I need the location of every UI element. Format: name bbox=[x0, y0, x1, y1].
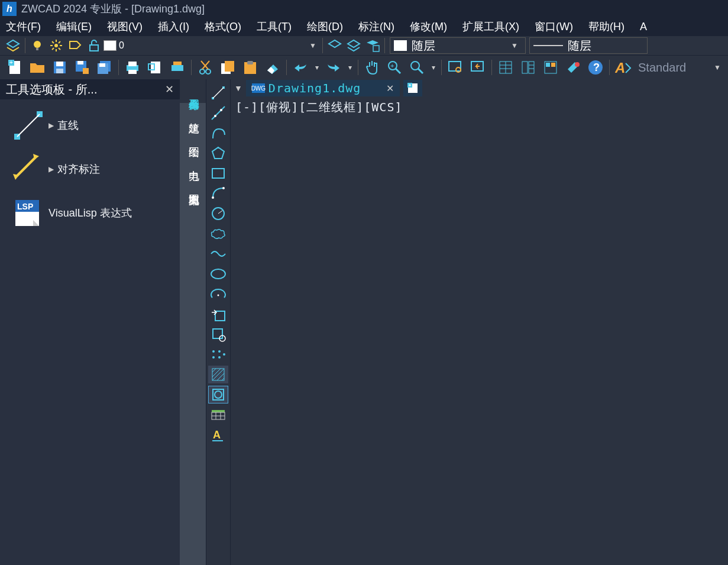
draw-mtext-icon[interactable]: A bbox=[208, 426, 228, 444]
draw-hatch-icon[interactable] bbox=[208, 366, 228, 383]
menu-draw[interactable]: 绘图(D) bbox=[307, 20, 343, 34]
zoom-prev-icon[interactable] bbox=[446, 58, 465, 77]
layer-walk-icon[interactable] bbox=[364, 37, 381, 54]
freeze-icon[interactable] bbox=[48, 37, 64, 54]
palette-header[interactable]: 工具选项板 - 所... ✕ bbox=[0, 79, 180, 99]
text-style-icon[interactable]: A bbox=[614, 58, 633, 77]
calculator-icon[interactable] bbox=[564, 58, 583, 77]
linetype-select[interactable]: 随层 bbox=[529, 37, 648, 54]
menu-tools[interactable]: 工具(T) bbox=[257, 20, 292, 34]
help-icon[interactable]: ? bbox=[586, 58, 605, 77]
dropdown-arrow-icon[interactable]: ▼ bbox=[714, 63, 721, 72]
menu-dimension[interactable]: 标注(N) bbox=[358, 20, 394, 34]
color-bylayer-select[interactable]: 随层 ▼ bbox=[390, 37, 526, 54]
paste-icon[interactable] bbox=[241, 58, 260, 77]
draw-point-icon[interactable] bbox=[208, 346, 228, 363]
copy-icon[interactable] bbox=[218, 58, 237, 77]
redo-dropdown-icon[interactable]: ▾ bbox=[348, 63, 352, 72]
design-center-icon[interactable] bbox=[519, 58, 538, 77]
palette-item-aligned-dim[interactable]: ▶ 对齐标注 bbox=[4, 153, 176, 186]
draw-ellipse-icon[interactable] bbox=[208, 265, 228, 283]
menu-modify[interactable]: 修改(M) bbox=[410, 20, 447, 34]
draw-rectangle-icon[interactable] bbox=[208, 164, 228, 182]
draw-circle-icon[interactable] bbox=[208, 205, 228, 222]
menu-edit[interactable]: 编辑(E) bbox=[56, 20, 92, 34]
viewport-labels[interactable]: [-][俯视][二维线框][WCS] bbox=[231, 97, 728, 118]
svg-rect-11 bbox=[90, 45, 98, 51]
label-icon[interactable] bbox=[67, 37, 83, 54]
svg-line-64 bbox=[17, 114, 40, 137]
menu-extended[interactable]: 扩展工具(X) bbox=[462, 20, 519, 34]
draw-revcloud-icon[interactable] bbox=[208, 225, 228, 243]
dropdown-arrow-icon[interactable]: ▼ bbox=[309, 41, 316, 50]
print-preview-icon[interactable] bbox=[145, 58, 164, 77]
draw-xline-icon[interactable] bbox=[208, 104, 228, 122]
draw-toolbar: A bbox=[206, 79, 231, 565]
lock-icon[interactable] bbox=[86, 37, 102, 54]
drawing-canvas[interactable] bbox=[231, 118, 728, 565]
side-tab-electrical[interactable]: 电力 bbox=[180, 150, 206, 174]
draw-make-block-icon[interactable] bbox=[208, 325, 228, 343]
zoom-window-icon[interactable] bbox=[407, 58, 426, 77]
side-tab-hatch[interactable]: 填充图案 bbox=[180, 174, 206, 198]
print-icon[interactable] bbox=[123, 58, 142, 77]
menu-help[interactable]: 帮助(H) bbox=[588, 20, 625, 34]
menu-file[interactable]: 文件(F) bbox=[6, 20, 41, 34]
draw-arc-icon[interactable] bbox=[208, 185, 228, 202]
tab-menu-icon[interactable]: ▼ bbox=[234, 83, 242, 93]
palette-item-line[interactable]: ▶ 直线 bbox=[4, 109, 176, 142]
save-icon[interactable] bbox=[50, 58, 69, 77]
new-file-icon[interactable]: + bbox=[5, 58, 24, 77]
draw-line-icon[interactable] bbox=[208, 84, 228, 102]
text-style-select[interactable]: Standard bbox=[638, 61, 710, 75]
redo-icon[interactable] bbox=[324, 58, 343, 77]
undo-icon[interactable] bbox=[291, 58, 310, 77]
close-icon[interactable]: ✕ bbox=[165, 83, 174, 96]
close-tab-icon[interactable]: ✕ bbox=[386, 83, 394, 94]
properties-panel-icon[interactable] bbox=[496, 58, 515, 77]
pan-icon[interactable] bbox=[363, 58, 381, 77]
zoom-dropdown-icon[interactable]: ▾ bbox=[432, 63, 435, 72]
draw-gradient-icon[interactable] bbox=[208, 386, 228, 403]
menu-format[interactable]: 格式(O) bbox=[205, 20, 241, 34]
tool-palette-icon[interactable] bbox=[541, 58, 560, 77]
undo-dropdown-icon[interactable]: ▾ bbox=[315, 63, 319, 72]
zoom-back-icon[interactable] bbox=[468, 58, 487, 77]
svg-point-2 bbox=[54, 44, 58, 47]
draw-polyline-icon[interactable] bbox=[208, 124, 228, 142]
svg-rect-18 bbox=[56, 69, 63, 73]
layer-state-icon[interactable] bbox=[345, 37, 362, 54]
bulb-icon[interactable] bbox=[29, 37, 46, 54]
open-file-icon[interactable] bbox=[28, 58, 47, 77]
menu-insert[interactable]: 插入(I) bbox=[158, 20, 189, 34]
draw-polygon-icon[interactable] bbox=[208, 144, 228, 162]
side-tab-command-samples[interactable]: 命令工具样例 bbox=[180, 79, 206, 103]
zoom-realtime-icon[interactable]: + bbox=[385, 58, 404, 77]
draw-spline-icon[interactable] bbox=[208, 245, 228, 263]
palette-item-label: 对齐标注 bbox=[57, 162, 100, 176]
svg-line-65 bbox=[17, 157, 35, 176]
layer-manager-icon[interactable] bbox=[5, 37, 21, 54]
save-all-icon[interactable] bbox=[95, 58, 114, 77]
layer-color-swatch[interactable] bbox=[103, 40, 117, 51]
draw-table-icon[interactable] bbox=[208, 406, 228, 424]
layer-select[interactable] bbox=[117, 38, 306, 53]
menu-window[interactable]: 窗口(W) bbox=[535, 20, 573, 34]
menu-view[interactable]: 视图(V) bbox=[107, 20, 143, 34]
menu-overflow[interactable]: A bbox=[640, 21, 647, 33]
separator-icon bbox=[358, 60, 358, 75]
save-as-icon[interactable] bbox=[73, 58, 92, 77]
cut-icon[interactable] bbox=[196, 58, 215, 77]
palette-item-visuallisp[interactable]: LSP VisualLisp 表达式 bbox=[4, 196, 176, 230]
side-tab-drawing[interactable]: 绘图 bbox=[180, 127, 206, 150]
palette-item-label: VisualLisp 表达式 bbox=[48, 206, 132, 220]
draw-insert-block-icon[interactable] bbox=[208, 305, 228, 323]
publish-icon[interactable] bbox=[168, 58, 187, 77]
draw-ellipse-arc-icon[interactable] bbox=[208, 285, 228, 303]
new-tab-button[interactable] bbox=[403, 80, 422, 96]
eraser-icon[interactable] bbox=[263, 58, 282, 77]
side-tab-architecture[interactable]: 建筑 bbox=[180, 103, 206, 127]
window-title: ZWCAD 2024 专业版 - [Drawing1.dwg] bbox=[21, 2, 205, 16]
layer-prev-icon[interactable] bbox=[326, 37, 343, 54]
document-tab[interactable]: DWG Drawing1.dwg ✕ bbox=[246, 80, 400, 96]
